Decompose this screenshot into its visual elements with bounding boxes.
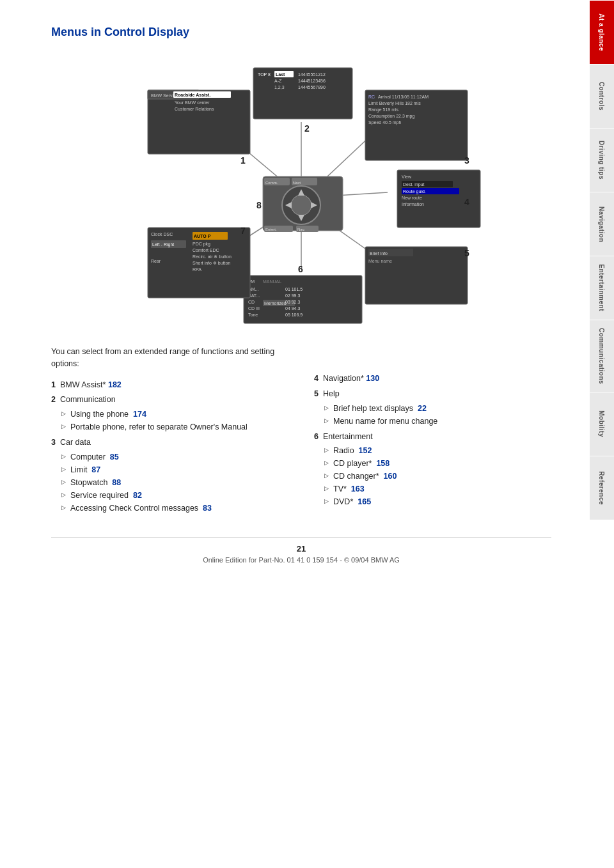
svg-text:7: 7: [240, 226, 246, 236]
list-item-4: 4 Navigation* 130: [314, 373, 551, 385]
sub-item-menu-name: Menu name for menu change: [324, 415, 551, 428]
svg-text:1,2,3: 1,2,3: [274, 85, 285, 89]
svg-text:RPA: RPA: [193, 267, 201, 272]
svg-text:Rear: Rear: [151, 259, 161, 263]
footer-text: Online Edition for Part-No. 01 41 0 159 …: [203, 556, 400, 564]
svg-text:04  94.3: 04 94.3: [285, 306, 300, 311]
svg-text:Memorized: Memorized: [264, 301, 287, 306]
svg-text:14445567890: 14445567890: [298, 85, 326, 89]
svg-text:5: 5: [464, 248, 469, 258]
svg-text:Arrival 11/13/05  11:12AM: Arrival 11/13/05 11:12AM: [378, 95, 429, 99]
sidebar: At a glance Controls Driving tips Naviga…: [590, 0, 614, 868]
svg-text:Information: Information: [402, 202, 424, 206]
sub-item-using-phone: Using the phone 174: [61, 408, 288, 421]
svg-text:Navi: Navi: [293, 181, 301, 185]
intro-text: You can select from an extended range of…: [51, 346, 288, 370]
svg-text:6: 6: [298, 264, 303, 274]
page-title: Menus in Control Display: [51, 26, 551, 39]
svg-text:02   99.3: 02 99.3: [285, 293, 300, 298]
right-item-list: 4 Navigation* 130 5 Help Brief help text…: [314, 373, 551, 508]
svg-text:14445551212: 14445551212: [298, 72, 326, 77]
svg-text:MANUAL: MANUAL: [263, 279, 281, 284]
svg-text:Entert.: Entert.: [265, 228, 277, 231]
svg-text:AUTO P: AUTO P: [194, 234, 211, 238]
svg-text:View: View: [402, 174, 412, 179]
svg-text:Left - Right: Left - Right: [152, 242, 174, 247]
list-item-3: 3 Car data Computer 85 Limit 87 Stopwatc…: [51, 437, 288, 515]
svg-text:Comfort EDC: Comfort EDC: [193, 248, 219, 252]
svg-text:New route: New route: [402, 196, 422, 200]
left-column: You can select from an extended range of…: [51, 346, 288, 518]
svg-text:A-Z: A-Z: [274, 79, 282, 83]
svg-text:05 106.9: 05 106.9: [285, 313, 303, 317]
sub-item-stopwatch: Stopwatch 88: [61, 476, 288, 489]
svg-rect-47: [244, 275, 362, 323]
svg-text:8: 8: [256, 200, 262, 210]
svg-text:Nav.: Nav.: [297, 228, 305, 231]
right-column: 4 Navigation* 130 5 Help Brief help text…: [314, 346, 551, 518]
svg-text:3: 3: [464, 155, 469, 166]
sub-item-tv: TV* 163: [324, 483, 551, 495]
svg-text:Menu name: Menu name: [368, 259, 392, 263]
list-item-2: 2 Communication Using the phone 174 Port…: [51, 394, 288, 433]
svg-text:03  92.3: 03 92.3: [285, 300, 300, 304]
svg-text:Comm.: Comm.: [265, 181, 278, 185]
sub-item-cd-player: CD player* 158: [324, 457, 551, 470]
svg-text:Limit  Beverly Hills     182 m: Limit Beverly Hills 182 mls: [368, 101, 421, 106]
svg-text:Route guid.: Route guid.: [403, 189, 426, 194]
sidebar-tab-mobility[interactable]: Mobility: [590, 392, 614, 456]
svg-text:RC: RC: [368, 95, 375, 99]
sub-item-limit: Limit 87: [61, 463, 288, 476]
sub-item-dvd: DVD* 165: [324, 495, 551, 508]
sub-list-6: Radio 152 CD player* 158 CD changer* 160…: [314, 444, 551, 508]
sub-item-radio: Radio 152: [324, 444, 551, 457]
svg-text:Short info ❄ button: Short info ❄ button: [193, 261, 230, 265]
sub-list-5: Brief help text displays 22 Menu name fo…: [314, 402, 551, 428]
sub-item-check-control: Accessing Check Control messages 83: [61, 502, 288, 515]
svg-text:14445123456: 14445123456: [298, 79, 326, 83]
svg-text:Dest. input: Dest. input: [403, 182, 425, 187]
svg-text:Clock  DSC: Clock DSC: [151, 232, 173, 236]
svg-text:1: 1: [240, 155, 246, 166]
svg-text:Your BMW center: Your BMW center: [175, 100, 210, 105]
sidebar-tab-driving-tips[interactable]: Driving tips: [590, 128, 614, 192]
left-item-list: 1 BMW Assist* 182 2 Communication Using …: [51, 379, 288, 515]
svg-line-3: [336, 192, 388, 196]
sidebar-tab-entertainment[interactable]: Entertainment: [590, 256, 614, 320]
page-number: 21: [51, 544, 551, 554]
svg-text:Speed                40.5 mph: Speed 40.5 mph: [368, 120, 401, 125]
svg-text:2: 2: [304, 123, 310, 134]
svg-point-82: [291, 195, 311, 215]
sidebar-tab-communications[interactable]: Communications: [590, 320, 614, 392]
list-item-5: 5 Help Brief help text displays 22 Menu …: [314, 388, 551, 428]
sub-item-cd-changer: CD changer* 160: [324, 470, 551, 483]
sub-list-3: Computer 85 Limit 87 Stopwatch 88 Servic…: [51, 451, 288, 515]
svg-text:Roadside Assist.: Roadside Assist.: [175, 93, 210, 97]
svg-text:CD: CD: [248, 300, 255, 304]
svg-text:PDC pkg: PDC pkg: [193, 242, 210, 247]
sub-item-computer: Computer 85: [61, 451, 288, 463]
page-footer: 21 Online Edition for Part-No. 01 41 0 1…: [51, 537, 551, 564]
list-item-1: 1 BMW Assist* 182: [51, 379, 288, 391]
sidebar-tab-reference[interactable]: Reference: [590, 456, 614, 520]
sidebar-tab-navigation[interactable]: Navigation: [590, 192, 614, 256]
svg-text:TOP 8: TOP 8: [258, 72, 271, 77]
svg-text:4: 4: [464, 197, 469, 207]
diagram-container: BMW Services Roadside Assist. Your BMW c…: [51, 52, 551, 327]
svg-text:Customer Relations: Customer Relations: [175, 107, 214, 111]
sub-item-service-required: Service required 82: [61, 489, 288, 502]
sub-item-portable-phone: Portable phone, refer to separate Owner'…: [61, 421, 288, 433]
svg-text:01  101.5: 01 101.5: [285, 287, 303, 291]
sidebar-tab-at-a-glance[interactable]: At a glance: [590, 0, 614, 64]
diagram-svg: BMW Services Roadside Assist. Your BMW c…: [116, 52, 487, 327]
svg-rect-7: [148, 90, 250, 154]
sub-list-2: Using the phone 174 Portable phone, refe…: [51, 408, 288, 433]
main-content: Menus in Control Display: [0, 0, 590, 589]
sidebar-tab-controls[interactable]: Controls: [590, 64, 614, 128]
svg-text:Brief Info: Brief Info: [370, 251, 388, 256]
content-area: You can select from an extended range of…: [51, 346, 551, 518]
svg-text:Tone: Tone: [248, 313, 258, 317]
list-item-6: 6 Entertainment Radio 152 CD player* 158…: [314, 431, 551, 509]
diagram: BMW Services Roadside Assist. Your BMW c…: [116, 52, 487, 327]
svg-text:Range                  519 mls: Range 519 mls: [368, 107, 399, 112]
